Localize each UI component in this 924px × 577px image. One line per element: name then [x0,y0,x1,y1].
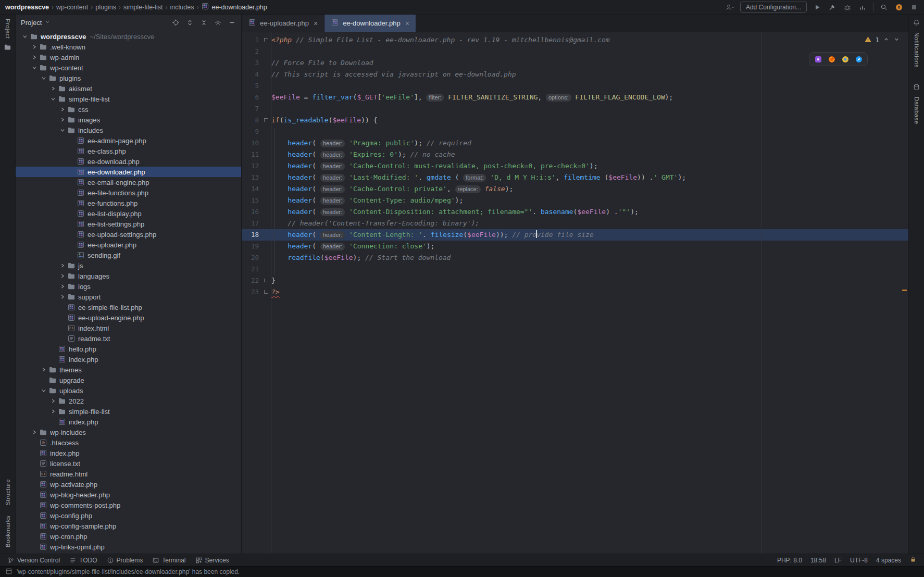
code-line[interactable]: 21 [242,264,908,275]
hide-panel-icon[interactable] [228,18,236,27]
chevron-right-icon[interactable] [58,272,67,280]
code-line[interactable]: 23?> [242,286,908,298]
next-problem-chevron-down-icon[interactable] [893,36,900,44]
close-icon[interactable]: × [314,20,318,27]
chevron-right-icon[interactable] [58,105,67,114]
expand-all-icon[interactable] [185,18,194,27]
chevron-right-icon[interactable] [30,428,39,436]
tree-row[interactable]: wp-links-opml.php [16,542,241,552]
tree-row[interactable]: ee-uploader.php [16,240,241,250]
notifications-bell-icon[interactable] [913,19,920,28]
fold-marker[interactable] [264,290,268,294]
tree-row[interactable]: ee-list-settings.php [16,219,241,229]
status-problems[interactable]: Problems [107,557,143,564]
tree-row[interactable]: wordpresscve~/Sites/wordpresscve [16,31,241,42]
tree-row[interactable]: ee-download.php [16,156,241,167]
firefox-icon[interactable] [827,55,836,64]
chevron-right-icon[interactable] [30,43,39,51]
tree-row[interactable]: ee-downloader.php [16,167,241,177]
prev-problem-chevron-up-icon[interactable] [883,36,890,44]
tree-row[interactable]: js [16,260,241,271]
code-line[interactable]: 4// This script is accessed via javascri… [242,69,908,80]
tree-row[interactable]: ee-functions.php [16,198,241,208]
fold-marker[interactable] [264,38,268,42]
line-number-gutter[interactable]: 13 [242,172,271,183]
code-line[interactable]: 10 header( header: 'Pragma: public'); //… [242,137,908,149]
code-line[interactable]: 15 header( header: 'Content-Type: audio/… [242,195,908,206]
code-line[interactable]: 2 [242,46,908,57]
code-editor[interactable]: 1<?php // Simple File List - ee-download… [242,32,908,554]
tree-row[interactable]: .htaccess [16,437,241,448]
chevron-right-icon[interactable] [58,261,67,270]
chevron-right-icon[interactable] [58,282,67,291]
profiler-icon[interactable] [858,3,867,12]
tree-row[interactable]: support [16,292,241,302]
chevron-right-icon[interactable] [30,53,39,61]
collapse-all-icon[interactable] [199,18,208,27]
chrome-icon[interactable] [841,55,850,64]
tree-row[interactable]: ee-email-engine.php [16,177,241,187]
line-number-gutter[interactable]: 17 [242,218,271,229]
line-number-gutter[interactable]: 16 [242,206,271,218]
chevron-down-icon[interactable] [40,74,48,82]
indent-indicator[interactable]: 4 spaces [876,557,901,564]
breadcrumb-item[interactable]: includes [170,4,194,11]
update-icon[interactable] [894,3,904,12]
line-number-gutter[interactable]: 12 [242,160,271,172]
tree-row[interactable]: wp-config-sample.php [16,521,241,531]
code-line[interactable]: 8if(is_readable($eeFile)) { [242,115,908,126]
tree-row[interactable]: ee-file-functions.php [16,187,241,198]
code-line[interactable]: 1<?php // Simple File List - ee-download… [242,34,908,46]
tree-row[interactable]: wp-cron.php [16,531,241,542]
line-number-gutter[interactable]: 4 [242,69,271,80]
tree-row[interactable]: hello.php [16,344,241,354]
warning-stripe-mark[interactable] [902,290,907,291]
tree-row[interactable]: wp-content [16,62,241,73]
tree-row[interactable]: sending.gif [16,250,241,260]
tree-row[interactable]: wp-activate.php [16,479,241,490]
tree-row[interactable]: index.html [16,323,241,333]
line-number-gutter[interactable]: 8 [242,115,271,126]
code-line[interactable]: 6$eeFile = filter_var($_GET['eeFile'], f… [242,92,908,103]
tree-row[interactable]: simple-file-list [16,94,241,104]
encoding-indicator[interactable]: UTF-8 [850,557,868,564]
tree-row[interactable]: languages [16,271,241,281]
chevron-right-icon[interactable] [58,116,67,124]
breadcrumb-item[interactable]: wordpresscve [5,4,49,11]
breadcrumb-item[interactable]: simple-file-list [123,4,163,11]
breadcrumb-item[interactable]: plugins [95,4,116,11]
search-icon[interactable] [879,3,889,12]
php-version-indicator[interactable]: PHP: 8.0 [777,557,802,564]
tool-stripe-database[interactable]: Database [914,97,920,124]
status-terminal[interactable]: Terminal [152,557,185,564]
tool-stripe-bookmarks[interactable]: Bookmarks [5,516,11,547]
line-number-gutter[interactable]: 2 [242,46,271,57]
code-line[interactable]: 9 [242,126,908,137]
chevron-right-icon[interactable] [40,366,48,374]
line-number-gutter[interactable]: 7 [242,103,271,115]
preview-icon[interactable] [814,55,822,64]
code-line[interactable]: 16 header( header: 'Content-Disposition:… [242,206,908,218]
user-menu-icon[interactable] [725,3,734,12]
code-line[interactable]: 11 header( header: 'Expires: 0'); // no … [242,149,908,160]
chevron-down-icon[interactable] [21,32,29,41]
tree-row[interactable]: ee-list-display.php [16,208,241,219]
warning-triangle-icon[interactable] [864,35,872,45]
code-line[interactable]: 22} [242,275,908,286]
line-ending-indicator[interactable]: LF [834,557,842,564]
fold-marker[interactable] [264,118,268,122]
close-icon[interactable]: × [405,20,409,27]
caret-position-indicator[interactable]: 18:58 [810,557,826,564]
tree-row[interactable]: ee-upload-settings.php [16,229,241,240]
status-version-control[interactable]: Version Control [7,557,60,564]
tool-stripe-notifications[interactable]: Notifications [914,32,920,68]
code-line[interactable]: 12 header( header: 'Cache-Control: must-… [242,160,908,172]
line-number-gutter[interactable]: 11 [242,149,271,160]
chevron-right-icon[interactable] [49,84,57,93]
line-number-gutter[interactable]: 3 [242,57,271,69]
chevron-down-icon[interactable] [58,126,67,134]
tree-row[interactable]: ee-admin-page.php [16,135,241,146]
chevron-down-icon[interactable] [49,95,57,103]
tree-row[interactable]: wp-config.php [16,510,241,521]
tree-row[interactable]: index.php [16,354,241,365]
